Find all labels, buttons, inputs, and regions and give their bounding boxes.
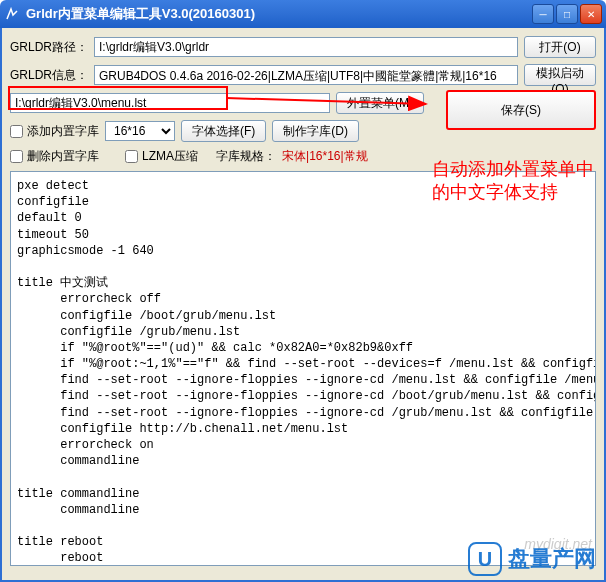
font-select-button[interactable]: 字体选择(F) [181, 120, 266, 142]
path-label: GRLDR路径： [10, 39, 88, 56]
font-size-select[interactable]: 16*16 [105, 121, 175, 141]
close-button[interactable]: ✕ [580, 4, 602, 24]
add-builtin-label: 添加内置字库 [27, 123, 99, 140]
watermark: U 盘量产网 [468, 542, 596, 576]
save-button[interactable]: 保存(S) [446, 90, 596, 130]
titlebar-buttons: ─ □ ✕ [532, 4, 602, 24]
add-builtin-font-checkbox[interactable]: 添加内置字库 [10, 123, 99, 140]
menu-path-input[interactable] [10, 93, 330, 113]
fontspec-label: 字库规格： [216, 148, 276, 165]
window-body: GRLDR路径： 打开(O) GRLDR信息： GRUB4DOS 0.4.6a … [0, 28, 606, 582]
minimize-button[interactable]: ─ [532, 4, 554, 24]
info-label: GRLDR信息： [10, 67, 88, 84]
grldr-path-input[interactable] [94, 37, 518, 57]
watermark-text: 盘量产网 [508, 544, 596, 574]
window-title: Grldr内置菜单编辑工具V3.0(20160301) [26, 5, 532, 23]
grldr-info-box: GRUB4DOS 0.4.6a 2016-02-26|LZMA压缩|UTF8|中… [94, 65, 518, 85]
simulate-button[interactable]: 模拟启动(Q) [524, 64, 596, 86]
open-button[interactable]: 打开(O) [524, 36, 596, 58]
menu-editor[interactable] [10, 171, 596, 566]
external-menu-button[interactable]: 外置菜单(M) [336, 92, 424, 114]
lzma-checkbox[interactable]: LZMA压缩 [125, 148, 198, 165]
watermark-logo-icon: U [468, 542, 502, 576]
make-font-button[interactable]: 制作字库(D) [272, 120, 359, 142]
titlebar: Grldr内置菜单编辑工具V3.0(20160301) ─ □ ✕ [0, 0, 606, 28]
fontspec-value: 宋体|16*16|常规 [282, 148, 368, 165]
delete-builtin-label: 删除内置字库 [27, 148, 99, 165]
annotation-text: 自动添加外置菜单中 的中文字体支持 [432, 158, 594, 205]
delete-builtin-font-checkbox[interactable]: 删除内置字库 [10, 148, 99, 165]
maximize-button[interactable]: □ [556, 4, 578, 24]
lzma-label: LZMA压缩 [142, 148, 198, 165]
app-icon [4, 6, 20, 22]
